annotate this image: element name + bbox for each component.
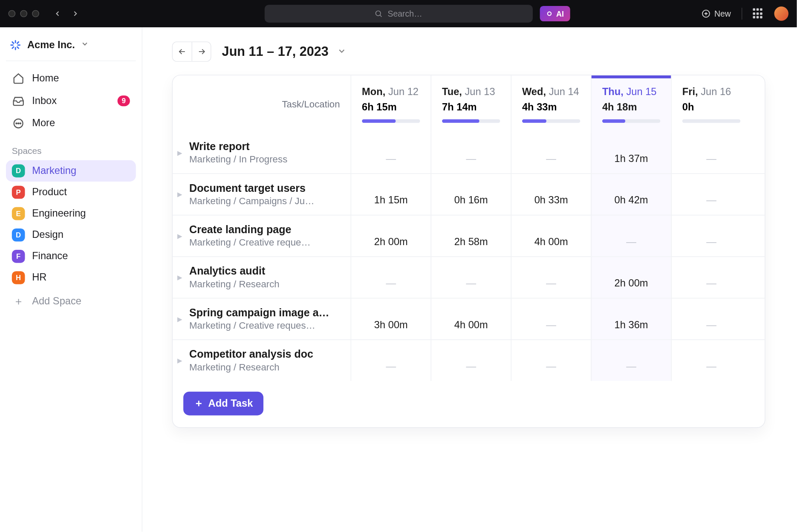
expand-icon[interactable]: ▶ — [177, 149, 182, 156]
apps-icon[interactable] — [753, 8, 763, 19]
sidebar-space-hr[interactable]: H HR — [6, 267, 136, 288]
time-cell[interactable]: — — [671, 340, 751, 381]
nav-home[interactable]: Home — [6, 67, 136, 90]
ai-button[interactable]: AI — [540, 6, 570, 21]
space-label: Engineering — [32, 208, 86, 220]
task-path: Marketing / Creative reques… — [189, 321, 340, 331]
expand-icon[interactable]: ▶ — [177, 232, 182, 240]
add-task-button[interactable]: Add Task — [183, 392, 263, 416]
time-value: 3h 00m — [374, 319, 408, 331]
time-cell[interactable]: 0h 16m — [431, 174, 511, 215]
time-cell[interactable]: — — [511, 132, 591, 173]
task-cell[interactable]: ▶ Spring campaign image a… Marketing / C… — [173, 298, 351, 339]
time-cell[interactable]: — — [671, 215, 751, 256]
search-input[interactable]: Search… — [264, 5, 532, 23]
new-button[interactable]: New — [701, 9, 731, 18]
sidebar-space-product[interactable]: P Product — [6, 182, 136, 203]
prev-week-button[interactable] — [173, 42, 192, 61]
time-value: — — [706, 195, 716, 207]
time-value: — — [466, 153, 476, 165]
time-cell[interactable]: 2h 00m — [591, 257, 671, 298]
task-path: Marketing / In Progress — [189, 154, 340, 165]
home-icon — [12, 72, 25, 85]
time-cell[interactable]: — — [431, 132, 511, 173]
time-cell[interactable]: — — [351, 257, 431, 298]
time-cell[interactable]: — — [431, 257, 511, 298]
time-value: 4h 00m — [534, 236, 568, 248]
time-cell[interactable]: 2h 00m — [351, 215, 431, 256]
forward-button[interactable] — [68, 6, 83, 21]
time-cell[interactable]: — — [351, 132, 431, 173]
traffic-light-min-icon[interactable] — [20, 10, 27, 17]
task-cell[interactable]: ▶ Create landing page Marketing / Creati… — [173, 215, 351, 256]
time-value: 2h 58m — [454, 236, 488, 248]
time-cell[interactable]: 1h 15m — [351, 174, 431, 215]
task-cell[interactable]: ▶ Write report Marketing / In Progress — [173, 132, 351, 173]
time-cell[interactable]: — — [351, 340, 431, 381]
task-cell[interactable]: ▶ Competitor analysis doc Marketing / Re… — [173, 340, 351, 381]
traffic-light-max-icon[interactable] — [32, 10, 39, 17]
time-cell[interactable]: — — [511, 340, 591, 381]
svg-point-4 — [16, 123, 17, 124]
next-week-button[interactable] — [192, 42, 211, 61]
date-range[interactable]: Jun 11 – 17, 2023 — [222, 44, 347, 59]
svg-point-0 — [376, 11, 381, 16]
time-cell[interactable]: 3h 00m — [351, 298, 431, 339]
expand-icon[interactable]: ▶ — [177, 357, 182, 364]
space-icon: E — [12, 207, 25, 220]
time-value: — — [626, 236, 636, 248]
workspace-switcher[interactable]: Acme Inc. — [6, 35, 136, 61]
workspace-logo-icon — [9, 39, 21, 51]
time-value: 2h 00m — [374, 236, 408, 248]
ai-icon — [546, 10, 553, 17]
column-header-day: Wed, Jun 14 4h 33m — [511, 75, 591, 133]
sidebar-space-design[interactable]: D Design — [6, 224, 136, 246]
time-value: — — [626, 361, 636, 373]
time-value: 1h 15m — [374, 195, 408, 207]
add-space-button[interactable]: ＋ Add Space — [6, 289, 136, 315]
time-value: — — [386, 278, 396, 289]
space-icon: P — [12, 186, 25, 199]
expand-icon[interactable]: ▶ — [177, 274, 182, 281]
avatar[interactable] — [774, 6, 788, 20]
back-button[interactable] — [50, 6, 65, 21]
expand-icon[interactable]: ▶ — [177, 191, 182, 198]
more-icon — [12, 117, 25, 130]
task-cell[interactable]: ▶ Analytics audit Marketing / Research — [173, 257, 351, 298]
sidebar-space-marketing[interactable]: D Marketing — [6, 160, 136, 182]
time-cell[interactable]: — — [671, 257, 751, 298]
time-cell[interactable]: 1h 36m — [591, 298, 671, 339]
time-cell[interactable]: 4h 00m — [431, 298, 511, 339]
time-cell[interactable]: 4h 00m — [511, 215, 591, 256]
time-cell[interactable]: 1h 37m — [591, 132, 671, 173]
time-value: — — [546, 319, 556, 331]
sidebar-space-engineering[interactable]: E Engineering — [6, 203, 136, 224]
nav-inbox[interactable]: Inbox 9 — [6, 90, 136, 112]
time-cell[interactable]: — — [671, 298, 751, 339]
space-label: Finance — [32, 250, 68, 262]
search-icon — [375, 9, 383, 17]
traffic-light-close-icon[interactable] — [8, 10, 15, 17]
time-value: 1h 36m — [615, 319, 648, 331]
time-value: — — [546, 361, 556, 373]
add-space-label: Add Space — [32, 295, 81, 307]
time-cell[interactable]: 0h 33m — [511, 174, 591, 215]
time-cell[interactable]: 0h 42m — [591, 174, 671, 215]
time-cell[interactable]: — — [591, 340, 671, 381]
svg-point-1 — [547, 12, 551, 15]
time-value: 0h 33m — [534, 195, 568, 207]
nav-more[interactable]: More — [6, 112, 136, 135]
time-cell[interactable]: — — [431, 340, 511, 381]
time-cell[interactable]: 2h 58m — [431, 215, 511, 256]
time-cell[interactable]: — — [511, 298, 591, 339]
time-cell[interactable]: — — [511, 257, 591, 298]
expand-icon[interactable]: ▶ — [177, 315, 182, 323]
task-name: Document target users — [189, 182, 340, 194]
task-cell[interactable]: ▶ Document target users Marketing / Camp… — [173, 174, 351, 215]
time-cell[interactable]: — — [671, 174, 751, 215]
time-cell[interactable]: — — [591, 215, 671, 256]
sidebar-space-finance[interactable]: F Finance — [6, 246, 136, 267]
history-nav — [50, 6, 83, 21]
time-cell[interactable]: — — [671, 132, 751, 173]
nav-label: More — [32, 118, 55, 130]
